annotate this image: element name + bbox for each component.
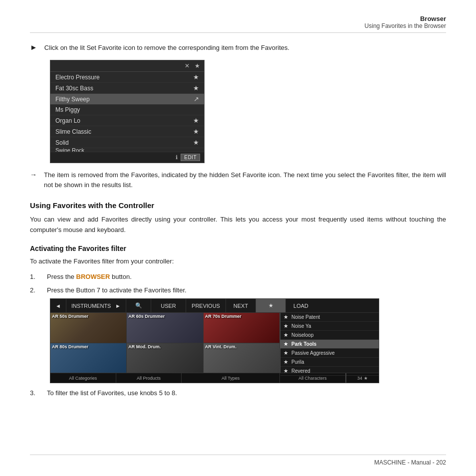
all-characters-label: All Characters [298, 376, 327, 381]
ctrl-fav-park-tools[interactable]: ★ Park Tools [280, 340, 379, 349]
result-bullet: → The item is removed from the Favorites… [30, 170, 446, 190]
thumb-row-2: AR 80s Drummer AR Mod. Drum. AR Vint. Dr… [50, 343, 279, 373]
fav-star-6: ★ [193, 128, 199, 135]
instruments-right-arrow: ► [115, 303, 121, 309]
browser-word: BROWSER [76, 273, 110, 280]
close-icon: ✕ [185, 62, 190, 69]
ctrl-search[interactable]: 🔍 [126, 299, 151, 312]
count-label: 34 ★ [357, 376, 368, 381]
thumb-label-armod: AR Mod. Drum. [128, 344, 161, 350]
fav-header: ✕ ★ [50, 60, 204, 72]
step-1: 1. Press the BROWSER button. [30, 272, 446, 282]
ctrl-fav-passive[interactable]: ★ Passive Aggressive [280, 349, 379, 358]
section2-intro: To activate the Favorites filter from yo… [30, 256, 446, 267]
ctrl-count: 34 ★ [346, 373, 379, 383]
section2-heading: Activating the Favorites filter [30, 244, 446, 252]
thumb-label-arvint: AR Vint. Drum. [205, 344, 237, 350]
ctrl-load[interactable]: LOAD [286, 299, 316, 312]
thumb-arvint[interactable]: AR Vint. Drum. [204, 343, 279, 373]
ctrl-all-characters[interactable]: All Characters [280, 373, 346, 383]
fav-star-1: ★ [193, 73, 199, 81]
fav-name-6: Slime Classic [55, 128, 91, 135]
ctrl-thumbnails: AR 50s Drummer AR 60s Drummer AR 70s Dru… [50, 313, 280, 373]
ctrl-instruments[interactable]: INSTRUMENTS ► [66, 299, 126, 312]
ctrl-all-types[interactable]: All Types [182, 373, 280, 383]
fav-footer: ℹ EDIT [50, 152, 204, 163]
fav-name-np: Noise Patent [291, 314, 320, 320]
ctrl-fav-purila[interactable]: ★ Purila [280, 358, 379, 367]
favorites-panel: ✕ ★ Electro Pressure ★ Fat 30sc Bass ★ F… [50, 60, 205, 163]
thumb-ar50s[interactable]: AR 50s Drummer [50, 313, 127, 343]
fav-row-3-highlighted: Filthy Sweep ↗ [50, 94, 204, 105]
thumb-label-ar80s: AR 80s Drummer [52, 344, 88, 350]
step1-before: Press the [47, 273, 76, 280]
fav-star-cursor-3: ↗ [194, 95, 199, 103]
fav-row-6: Slime Classic ★ [50, 126, 204, 137]
thumb-armod[interactable]: AR Mod. Drum. [127, 343, 203, 373]
result-text: The item is removed from the Favorites, … [44, 170, 446, 190]
info-icon: ℹ [176, 154, 178, 161]
step3-text: To filter the list of Favorites, use kno… [47, 388, 446, 399]
fav-name-2: Fat 30sc Bass [55, 85, 93, 92]
step1-after: button. [110, 273, 131, 280]
thumb-label-ar60s: AR 60s Drummer [128, 314, 165, 319]
next-label: NEXT [234, 303, 248, 309]
ctrl-favlist: ★ Noise Patent ★ Noise Ya ★ Noiseloop ★ … [280, 313, 379, 373]
ctrl-star[interactable]: ★ [256, 299, 286, 312]
fav-star-2: ★ [193, 84, 199, 92]
step2-text: Press the Button 7 to activate the Favor… [47, 285, 446, 296]
arrow-icon: ► [30, 43, 37, 51]
all-categories-label: All Categories [69, 376, 97, 381]
ctrl-fav-noise-patent[interactable]: ★ Noise Patent [280, 313, 379, 322]
footer-text: MASCHINE - Manual - 202 [374, 459, 446, 466]
fav-name-nl: Noiseloop [291, 332, 313, 338]
load-label: LOAD [293, 303, 308, 309]
fav-star-nl: ★ [283, 332, 288, 338]
fav-row-4: Ms Piggy [50, 105, 204, 115]
star-label: ★ [268, 302, 273, 309]
step-2: 2. Press the Button 7 to activate the Fa… [30, 285, 446, 296]
ctrl-left-arrow[interactable]: ◄ [50, 299, 66, 312]
intro-text: Click on the lit Set Favorite icon to re… [44, 43, 289, 53]
intro-bullet: ► Click on the lit Set Favorite icon to … [30, 43, 446, 53]
ctrl-previous[interactable]: PREVIOUS [186, 299, 226, 312]
numbered-list: 1. Press the BROWSER button. 2. Press th… [30, 272, 446, 296]
fav-star-ny: ★ [283, 323, 288, 329]
fav-name-pt: Park Tools [291, 341, 316, 347]
all-types-label: All Types [222, 376, 239, 381]
user-label: USER [161, 303, 176, 309]
section1-body: You can view and add Favorites directly … [30, 215, 446, 236]
page-footer: MASCHINE - Manual - 202 [30, 455, 446, 466]
fav-name-5: Organ Lo [55, 117, 80, 124]
thumb-ar60s[interactable]: AR 60s Drummer [127, 313, 203, 343]
controller-screenshot: ◄ INSTRUMENTS ► 🔍 USER PREVIOUS NEXT ★ L… [50, 298, 379, 383]
prev-label: PREVIOUS [192, 303, 220, 309]
thumb-label-ar50s: AR 50s Drummer [52, 314, 88, 319]
instruments-label: INSTRUMENTS [71, 303, 111, 309]
thumb-ar80s[interactable]: AR 80s Drummer [50, 343, 127, 373]
header-subtitle: Using Favorites in the Browser [30, 22, 446, 29]
ctrl-fav-noiseloop[interactable]: ★ Noiseloop [280, 331, 379, 340]
step1-num: 1. [30, 272, 42, 282]
ctrl-all-products[interactable]: All Products [116, 373, 182, 383]
step2-num: 2. [30, 285, 42, 296]
page-container: Browser Using Favorites in the Browser ►… [0, 0, 476, 422]
ctrl-all-categories[interactable]: All Categories [50, 373, 116, 383]
step1-text: Press the BROWSER button. [47, 272, 446, 282]
thumb-row-1: AR 50s Drummer AR 60s Drummer AR 70s Dru… [50, 313, 279, 343]
all-products-label: All Products [137, 376, 161, 381]
step-3: 3. To filter the list of Favorites, use … [30, 388, 446, 399]
fav-star-np: ★ [283, 314, 288, 320]
thumb-ar70s[interactable]: AR 70s Drummer [204, 313, 279, 343]
ctrl-fav-noise-ya[interactable]: ★ Noise Ya [280, 322, 379, 331]
fav-name-7: Solid [55, 139, 69, 146]
fav-row-8-partial: Swine Rock [50, 148, 204, 152]
edit-button[interactable]: EDIT [181, 154, 200, 161]
ctrl-toolbar: ◄ INSTRUMENTS ► 🔍 USER PREVIOUS NEXT ★ L… [50, 299, 379, 313]
fav-name-1: Electro Pressure [55, 74, 100, 81]
fav-row-2: Fat 30sc Bass ★ [50, 83, 204, 94]
ctrl-next[interactable]: NEXT [226, 299, 256, 312]
fav-star-pt: ★ [283, 341, 288, 347]
fav-row-7: Solid ★ [50, 137, 204, 148]
ctrl-user[interactable]: USER [151, 299, 186, 312]
